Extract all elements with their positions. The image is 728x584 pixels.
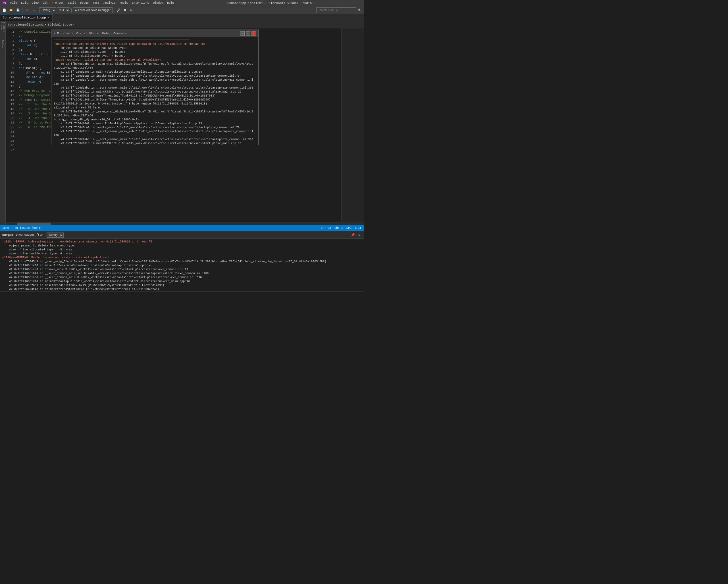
debug-console-line: =18184==ERROR: AddressSanitizer: new-del… — [54, 42, 256, 46]
line-number-10: 10 — [6, 71, 14, 75]
output-line: =18184==ERROR: AddressSanitizer: new-del… — [2, 240, 362, 244]
line-number-5: 5 — [6, 48, 14, 52]
line-number-19: 19 — [6, 111, 14, 116]
output-line: #0 0x7ffbe758d5b8 in _asan_wrap_GlobalSi… — [2, 260, 362, 264]
menu-file[interactable]: File — [8, 1, 19, 5]
line-number-3: 3 — [6, 38, 14, 43]
menu-tools[interactable]: Tools — [118, 1, 130, 5]
output-line: object passed to delete has wrong type: — [2, 244, 362, 248]
menu-project[interactable]: Project — [50, 1, 66, 5]
debug-console-controls: ─ □ × — [240, 31, 256, 36]
menu-edit[interactable]: Edit — [19, 1, 30, 5]
line-numbers: 1234567891011121314151617181920212223242… — [6, 28, 17, 222]
debug-console-title-bar: ■ Microsoft Visual Studio Debug Console … — [51, 30, 258, 37]
tab-error-list[interactable]: Error List — [2, 292, 26, 292]
debug-console-line: #0 0x7ffbe758d5b8 in _asan_wrap_GlobalSi… — [54, 62, 256, 70]
menu-help[interactable]: Help — [165, 1, 176, 5]
search-input[interactable] — [316, 7, 356, 13]
output-from-select[interactable]: Debug — [47, 232, 64, 238]
toolbar: 📄 📂 💾 ↩ ↪ Debug x64 ▶ Local Windows Debu… — [0, 6, 364, 14]
debug-btn-label: Local Windows Debugger — [78, 8, 110, 12]
output-line: =18184==WARNING: Failed to use and resta… — [2, 256, 362, 260]
ok-icon: ✓ — [11, 226, 14, 230]
status-right: Ln: 28 Ch: 1 SPC CRLF — [321, 227, 362, 230]
window-title: ConsoleApplication1 - Microsoft Visual S… — [177, 1, 362, 5]
debug-vs-logo: ■ — [54, 32, 55, 35]
start-debug-btn[interactable]: ▶ Local Windows Debugger — [73, 7, 112, 13]
line-number-16: 16 — [6, 98, 14, 102]
line-number-9: 9 — [6, 66, 14, 71]
debug-console-line: #4 0x7ff7166d1abd in __scrt_common_main … — [54, 86, 256, 90]
platform-dropdown[interactable]: x64 — [57, 7, 70, 13]
debug-console-content[interactable]: ========================================… — [51, 37, 258, 145]
sidebar-icon-solution-explorer[interactable]: Solution Explorer — [0, 22, 5, 36]
status-bar: 100% ✓ No issues found Ln: 28 Ch: 1 SPC … — [0, 225, 364, 231]
output-line: #3 0x7ff7166d1bfd in __scrt_common_main_… — [2, 272, 362, 276]
stop-btn[interactable]: ⏹ — [122, 7, 128, 13]
line-number-4: 4 — [6, 43, 14, 48]
tab-consolecpp[interactable]: ConsoleApplication1.cpp × — [0, 14, 53, 21]
line-number-27: 27 — [6, 148, 14, 152]
debug-console-line: \clang_rt.asan_dbg_dynamic-x86_64.dll+0x… — [54, 118, 256, 122]
menu-debug[interactable]: Debug — [78, 1, 90, 5]
save-btn[interactable]: 💾 — [15, 7, 21, 13]
output-line: #1 0x7ff7166d1a06 in main F:\Desktop\Con… — [2, 264, 362, 268]
debug-console-close-btn[interactable]: × — [252, 31, 256, 36]
breadcrumb-sep: ▸ — [45, 23, 47, 26]
undo-btn[interactable]: ↩ — [24, 7, 30, 13]
attach-btn[interactable]: 🔗 — [115, 7, 121, 13]
output-panel: Output Show output from: Debug 📌 × =1818… — [0, 231, 364, 291]
output-line: #4 0x7ff7166d1abd in __scrt_common_main … — [2, 276, 362, 280]
line-number-25: 25 — [6, 139, 14, 143]
line-number-21: 21 — [6, 120, 14, 125]
horizontal-scrollbar[interactable] — [6, 222, 364, 225]
tab-output[interactable]: Output — [28, 291, 44, 292]
line-number-22: 22 — [6, 125, 14, 130]
debug-console-line: size of the allocated type: 8 bytes; — [54, 50, 256, 54]
line-number-2: 2 — [6, 34, 14, 38]
search-btn[interactable]: 🔍 — [357, 7, 363, 13]
breadcrumb-scope[interactable]: (Global Scope) — [48, 23, 74, 26]
new-file-btn[interactable]: 📄 — [1, 7, 7, 13]
debug-console-maximize-btn[interactable]: □ — [246, 31, 250, 36]
status-zoom: 100% — [2, 227, 9, 230]
debug-console-line: #1 0x7ff7166d1049 in main F:\Desktop\Con… — [54, 122, 256, 126]
debug-console-line: #5 0x7ff7166d1d1d in mainCRTStartup D:\a… — [54, 90, 256, 94]
menu-extensions[interactable]: Extensions — [130, 1, 151, 5]
line-number-12: 12 — [6, 80, 14, 84]
debug-console-line: #0 0x7ffbe758c9a2 in _asan_wrap_GlobalSi… — [54, 110, 256, 118]
status-ln: Ln: 28 — [321, 227, 331, 230]
editor-container: ConsoleApplication1 ▸ (Global Scope) 123… — [6, 21, 364, 225]
status-issues: No issues found — [15, 227, 40, 230]
debug-console-line: object passed to delete has wrong type: — [54, 46, 256, 50]
play-icon: ▶ — [75, 8, 77, 12]
bottom-tab-bar: Error List Output — [0, 291, 364, 292]
menu-test[interactable]: Test — [91, 1, 101, 5]
menu-window[interactable]: Window — [151, 1, 165, 5]
debug-config-dropdown[interactable]: Debug — [39, 7, 56, 13]
tab-close-consolecpp[interactable]: × — [48, 16, 49, 19]
line-number-20: 20 — [6, 116, 14, 120]
menu-view[interactable]: View — [30, 1, 40, 5]
debug-console-minimize-btn[interactable]: ─ — [240, 31, 245, 36]
output-pin-btn[interactable]: 📌 — [350, 232, 356, 238]
line-number-11: 11 — [6, 75, 14, 80]
menu-git[interactable]: Git — [41, 1, 49, 5]
output-content[interactable]: =18184==ERROR: AddressSanitizer: new-del… — [0, 239, 364, 291]
status-ok: ✓ No issues found — [11, 226, 40, 230]
menu-build[interactable]: Build — [66, 1, 78, 5]
menu-analyze[interactable]: Analyze — [102, 1, 117, 5]
debug-console-line: size of the deallocated type: 4 bytes. — [54, 54, 256, 58]
breadcrumb-project[interactable]: ConsoleApplication1 — [8, 23, 44, 26]
open-btn[interactable]: 📂 — [8, 7, 14, 13]
menu-bar: File Edit View Git Project Build Debug T… — [8, 1, 176, 5]
step-btn[interactable]: ⏭ — [129, 7, 135, 13]
line-number-6: 6 — [6, 52, 14, 57]
output-close-btn[interactable]: × — [357, 232, 362, 238]
redo-btn[interactable]: ↪ — [30, 7, 37, 13]
sidebar-icon-toolbox[interactable]: Toolbox — [0, 37, 5, 51]
debug-console-line: ========================================… — [54, 38, 256, 42]
debug-console-line: =18184==WARNING: Failed to use and resta… — [54, 58, 256, 62]
scrollbar-thumb[interactable] — [17, 223, 51, 225]
debug-console-line: #2 0x7ff7166d1ca8 in invoke_main D:\a01\… — [54, 74, 256, 78]
